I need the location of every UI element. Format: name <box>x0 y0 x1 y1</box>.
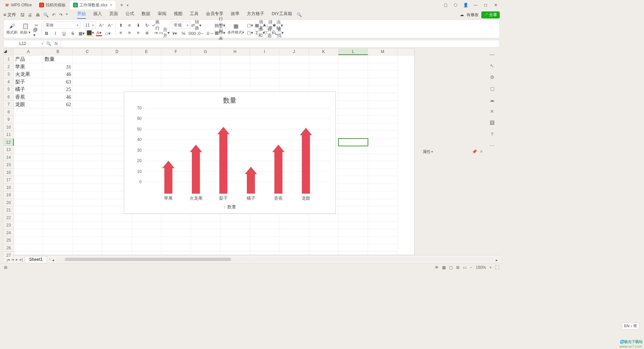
chart-legend[interactable]: ↑数量 <box>223 204 236 210</box>
indent-icon[interactable]: ⇥ <box>153 30 159 36</box>
cell-M16[interactable] <box>368 169 397 177</box>
cell-B25[interactable] <box>43 237 73 244</box>
cell-H25[interactable] <box>220 237 250 244</box>
find-button[interactable]: 🔍 查找▾ <box>275 30 281 36</box>
cell-F25[interactable] <box>161 237 191 244</box>
cell-A14[interactable] <box>14 154 43 161</box>
image-tool-icon[interactable]: 🖼 <box>490 120 494 126</box>
row-header-7[interactable]: 7 <box>4 101 14 108</box>
cell-H24[interactable] <box>220 229 250 237</box>
table-style-icon[interactable]: ▢▾ <box>247 30 253 36</box>
cell-H3[interactable] <box>220 70 250 78</box>
cell-F22[interactable] <box>161 214 191 222</box>
cell-D22[interactable] <box>102 214 132 222</box>
zoom-level[interactable]: 160% <box>476 265 486 270</box>
row-header-10[interactable]: 10 <box>4 123 14 131</box>
window-icon-2[interactable]: ⬡ <box>453 3 458 7</box>
cell-B19[interactable] <box>43 191 73 199</box>
row-header-1[interactable]: 1 <box>4 55 14 63</box>
col-header-C[interactable]: C <box>73 49 102 55</box>
cell-A15[interactable] <box>14 161 43 169</box>
cell-C4[interactable] <box>73 78 102 86</box>
col-header-G[interactable]: G <box>191 49 220 55</box>
hscroll-left-icon[interactable]: ◂ <box>52 258 54 262</box>
print-icon[interactable]: 🖶 <box>36 12 40 17</box>
formula-bar[interactable] <box>61 40 500 47</box>
select-all-corner[interactable]: ◢ <box>4 49 14 55</box>
cell-E26[interactable] <box>132 244 161 252</box>
cell-A24[interactable] <box>14 229 43 237</box>
dec-decimal-icon[interactable]: .0→ <box>207 30 213 36</box>
row-header-21[interactable]: 21 <box>4 206 14 214</box>
row-header-4[interactable]: 4 <box>4 78 14 86</box>
cell-I25[interactable] <box>250 237 279 244</box>
cell-B26[interactable] <box>43 244 73 252</box>
merge-button[interactable]: ▭ 合并▾ <box>161 30 167 36</box>
view-normal-icon[interactable]: ▦ <box>442 265 446 270</box>
cell-C10[interactable] <box>73 123 102 131</box>
export-icon[interactable]: 🖨 <box>28 12 32 17</box>
cell-G22[interactable] <box>191 214 220 222</box>
percent-icon[interactable]: % <box>180 30 186 36</box>
cell-L22[interactable] <box>338 214 368 222</box>
panel-close-icon[interactable]: ✕ <box>480 149 483 154</box>
cell-M5[interactable] <box>368 86 397 93</box>
cell-B11[interactable] <box>43 131 73 139</box>
cell-F4[interactable] <box>161 78 191 86</box>
cell-C6[interactable] <box>73 93 102 101</box>
cell-A25[interactable] <box>14 237 43 244</box>
cell-A20[interactable] <box>14 199 43 207</box>
layout-tool-icon[interactable]: ▢ <box>490 86 494 91</box>
cell-I22[interactable] <box>250 214 279 222</box>
more-tools-icon[interactable]: ⋯ <box>490 143 494 148</box>
row-header-24[interactable]: 24 <box>4 229 14 237</box>
justify-icon[interactable]: ≣ <box>144 30 150 36</box>
cell-M14[interactable] <box>368 154 397 161</box>
cell-D24[interactable] <box>102 229 132 237</box>
cell-M15[interactable] <box>368 161 397 169</box>
cell-M7[interactable] <box>368 101 397 108</box>
cell-L15[interactable] <box>338 161 368 169</box>
cell-M6[interactable] <box>368 93 397 101</box>
increase-font-icon[interactable]: A⁺ <box>99 22 105 28</box>
cell-F3[interactable] <box>161 70 191 78</box>
cell-B21[interactable] <box>43 206 73 214</box>
cell-B16[interactable] <box>43 169 73 177</box>
cell-B24[interactable] <box>43 229 73 237</box>
cell-A2[interactable]: 苹果 <box>14 63 43 71</box>
cell-D23[interactable] <box>102 221 132 229</box>
cell-M10[interactable] <box>368 123 397 131</box>
hscroll-thumb[interactable] <box>65 258 231 261</box>
row-header-5[interactable]: 5 <box>4 86 14 93</box>
font-color-button[interactable]: A▾ <box>96 30 102 36</box>
cell-E22[interactable] <box>132 214 161 222</box>
cell-L5[interactable] <box>338 86 368 93</box>
view-break-icon[interactable]: ⊞ <box>456 265 460 270</box>
hscroll-right-icon[interactable]: ▸ <box>496 258 498 262</box>
col-header-D[interactable]: D <box>102 49 132 55</box>
row-header-6[interactable]: 6 <box>4 93 14 101</box>
cell-L26[interactable] <box>338 244 368 252</box>
cell-A11[interactable] <box>14 131 43 139</box>
cell-L1[interactable] <box>338 55 368 63</box>
currency-icon[interactable]: ¥▾ <box>172 30 178 36</box>
cell-M19[interactable] <box>368 191 397 199</box>
col-header-J[interactable]: J <box>279 49 309 55</box>
tab-templates[interactable]: D找稻壳模板 <box>36 1 69 9</box>
cell-M9[interactable] <box>368 116 397 123</box>
cell-C17[interactable] <box>73 176 102 184</box>
cell-K24[interactable] <box>309 229 338 237</box>
cell-M2[interactable] <box>368 63 397 71</box>
redo-icon[interactable]: ↷ <box>59 12 63 17</box>
chart-object[interactable]: 数量 010203040506070苹果火龙果梨子橘子香蕉龙眼 ↑数量 <box>124 92 336 214</box>
horizontal-scrollbar[interactable]: ◂▸ <box>56 258 494 261</box>
cell-B5[interactable]: 25 <box>43 86 73 93</box>
cell-B4[interactable]: 63 <box>43 78 73 86</box>
cell-L23[interactable] <box>338 221 368 229</box>
cell-M4[interactable] <box>368 78 397 86</box>
cell-L7[interactable] <box>338 101 368 108</box>
cell-D26[interactable] <box>102 244 132 252</box>
cell-L10[interactable] <box>338 123 368 131</box>
cell-C14[interactable] <box>73 154 102 161</box>
col-header-L[interactable]: L <box>338 49 368 55</box>
